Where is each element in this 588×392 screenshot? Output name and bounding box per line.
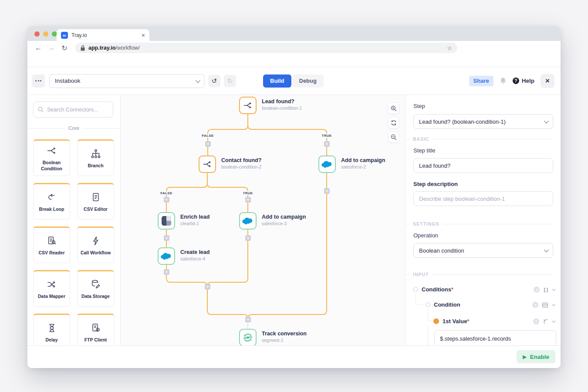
connector-tile-data-storage[interactable]: Data Storage <box>77 270 114 307</box>
tree-guide <box>416 304 423 304</box>
enable-button[interactable]: ▶ Enable <box>517 350 555 363</box>
search-icon <box>38 107 44 112</box>
enable-label: Enable <box>530 354 549 360</box>
close-window-icon[interactable] <box>34 31 40 37</box>
node-boolean-condition-1[interactable]: Lead found? boolean-condition-1 <box>239 97 302 114</box>
node-segment-1[interactable]: Track conversion segment-1 <box>239 329 307 345</box>
add-step-button[interactable] <box>245 197 251 203</box>
tile-label: Call Workflow <box>81 250 111 256</box>
node-salesforce-3[interactable]: Add to campaign salesforce-3 <box>239 212 306 230</box>
reload-icon[interactable]: ↻ <box>59 44 70 52</box>
browser-tab[interactable]: ∞ Tray.io × <box>57 29 149 41</box>
workflow-name-select[interactable]: Instabook <box>49 74 205 88</box>
jsonpath-type-icon[interactable] <box>543 319 548 324</box>
share-button[interactable]: Share <box>469 76 493 86</box>
tile-label: Data Mapper <box>38 294 65 299</box>
break-loop-icon <box>47 192 57 203</box>
add-step-button[interactable] <box>205 284 210 290</box>
node-boolean-condition-2[interactable]: Contact found? boolean-condition-2 <box>199 155 261 173</box>
help-icon[interactable]: ? <box>533 318 539 324</box>
add-step-button[interactable] <box>205 141 211 147</box>
notifications-bell-icon[interactable] <box>500 77 507 84</box>
bookmark-star-icon[interactable]: ☆ <box>447 45 452 51</box>
node-salesforce-2[interactable]: Add to campaign salesforce-2 <box>318 155 385 173</box>
debug-tab[interactable]: Debug <box>292 74 324 88</box>
tray-favicon-icon: ∞ <box>61 32 68 39</box>
branch-label-false: FALSE <box>159 191 173 195</box>
browser-tabstrip: ∞ Tray.io × <box>27 26 561 41</box>
step-select[interactable]: Lead found? (boolean-condition-1) <box>413 114 553 129</box>
connector-tile-delay[interactable]: Delay <box>33 314 70 345</box>
connector-tile-call-workflow[interactable]: Call Workflow <box>77 226 114 263</box>
close-panel-button[interactable]: × <box>541 74 554 88</box>
operation-label: Operation <box>413 232 438 239</box>
search-input[interactable] <box>47 107 108 113</box>
forward-icon[interactable]: → <box>46 44 57 52</box>
step-title-input[interactable] <box>413 158 553 173</box>
minimize-window-icon[interactable] <box>43 31 48 37</box>
input-row-first-value[interactable]: 1st Value* <box>433 318 469 324</box>
build-tab[interactable]: Build <box>263 74 291 88</box>
field-ring-icon <box>413 287 418 292</box>
traffic-lights[interactable] <box>34 31 57 37</box>
connector-tile-ftp-client[interactable]: FTP Client <box>77 314 114 345</box>
add-step-button[interactable] <box>245 235 251 241</box>
node-clearbit-1[interactable]: Enrich lead clearbit-1 <box>158 212 210 230</box>
reset-view-button[interactable] <box>388 117 399 128</box>
node-subtitle: salesforce-4 <box>180 256 210 261</box>
add-step-button[interactable] <box>164 197 169 203</box>
back-icon[interactable]: ← <box>33 44 44 52</box>
operation-select[interactable]: Boolean condition <box>413 243 553 258</box>
tab-close-icon[interactable]: × <box>142 32 145 38</box>
browser-window: ∞ Tray.io × ← → ↻ app.tray.io /workflow/… <box>27 26 561 368</box>
tile-label: Boolean Condition <box>35 160 68 171</box>
redo-button[interactable]: ↻ <box>224 75 236 87</box>
chevron-down-icon[interactable] <box>552 287 555 291</box>
workflow-menu-button[interactable] <box>32 74 45 88</box>
chevron-down-icon[interactable] <box>552 302 555 306</box>
boolean-condition-icon <box>47 145 57 156</box>
help-button[interactable]: ? Help <box>513 78 534 84</box>
add-step-button[interactable] <box>164 269 169 275</box>
step-inspector-panel: Step Lead found? (boolean-condition-1) B… <box>405 95 561 345</box>
add-step-button[interactable] <box>324 188 330 194</box>
first-value-row-controls: ? <box>533 318 554 324</box>
input-row-condition[interactable]: Condition <box>426 301 460 308</box>
object-type-icon[interactable] <box>542 303 548 308</box>
node-title: Lead found? <box>262 98 302 105</box>
connector-tile-data-mapper[interactable]: Data Mapper <box>33 270 70 307</box>
connector-tile-boolean-condition[interactable]: Boolean Condition <box>33 139 70 176</box>
connector-search[interactable] <box>33 101 113 118</box>
workflow-footer: ▶ Enable <box>27 345 561 368</box>
step-description-input[interactable] <box>413 191 553 206</box>
connector-tile-csv-editor[interactable]: CSV Editor <box>77 183 114 220</box>
play-icon: ▶ <box>523 354 526 360</box>
ftp-client-icon <box>91 323 101 333</box>
workflow-canvas[interactable]: FALSE TRUE FALSE TRUE <box>121 95 405 345</box>
help-label: Help <box>522 78 534 84</box>
node-title: Add to campaign <box>341 157 385 163</box>
node-salesforce-4[interactable]: Create lead salesforce-4 <box>158 247 210 265</box>
add-step-button[interactable] <box>164 235 169 241</box>
connector-tile-break-loop[interactable]: Break Loop <box>33 183 70 220</box>
help-icon[interactable]: ? <box>532 302 538 308</box>
undo-button[interactable]: ↺ <box>208 75 220 87</box>
tile-label: Break Loop <box>39 206 64 212</box>
add-step-button[interactable] <box>324 141 330 147</box>
help-icon[interactable]: ? <box>534 287 540 293</box>
chevron-down-icon[interactable] <box>552 319 555 322</box>
zoom-out-button[interactable] <box>388 131 399 143</box>
first-value-input[interactable] <box>434 330 556 345</box>
tab-title: Tray.io <box>71 32 138 38</box>
connector-tile-csv-reader[interactable]: CSV Reader <box>33 226 70 263</box>
input-section-label: INPUT <box>406 272 553 277</box>
boolean-condition-icon <box>243 101 253 110</box>
canvas-controls <box>388 102 399 143</box>
zoom-in-button[interactable] <box>388 102 399 114</box>
connector-tile-branch[interactable]: Branch <box>77 139 114 176</box>
url-bar[interactable]: app.tray.io /workflow/ ☆ <box>75 43 457 53</box>
array-type-icon[interactable]: [ ] <box>544 287 548 292</box>
node-title: Create lead <box>180 249 210 255</box>
add-step-button[interactable] <box>245 317 251 322</box>
input-row-conditions[interactable]: Conditions* <box>413 286 453 293</box>
